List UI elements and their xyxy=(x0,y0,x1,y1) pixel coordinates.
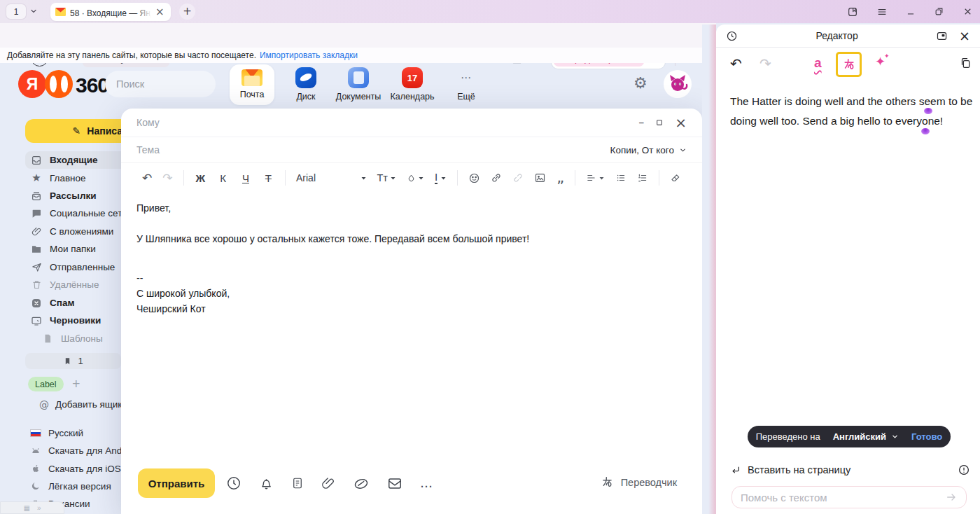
restore-icon[interactable] xyxy=(934,6,944,17)
text-color-button[interactable]: I xyxy=(435,172,447,185)
font-size-select[interactable]: Tт xyxy=(377,172,397,183)
new-tab-button[interactable]: + xyxy=(179,4,195,20)
label-tag[interactable]: Label xyxy=(28,377,64,391)
assist-input-bar[interactable] xyxy=(732,486,967,508)
sidebar-item-folders[interactable]: Мои папки xyxy=(25,240,130,258)
subject-field[interactable] xyxy=(136,144,610,155)
add-label-icon[interactable]: + xyxy=(72,379,81,389)
close-window-icon[interactable] xyxy=(962,6,973,17)
compose-window-controls: – × xyxy=(638,116,687,130)
message-body[interactable]: Привет, У Шляпника все хорошо у остальны… xyxy=(136,200,529,317)
sidebar-item-newsletters[interactable]: Рассылки xyxy=(25,187,130,204)
compose-minimize-icon[interactable]: – xyxy=(638,117,644,128)
service-more[interactable]: ⋯ Ещё xyxy=(444,64,489,105)
yandex-logo-icon[interactable]: Я xyxy=(18,70,46,98)
sidebar-item-attachments[interactable]: С вложениями xyxy=(25,223,130,240)
compose-pencil-icon: ✎ xyxy=(73,126,81,136)
signature-pen-icon[interactable] xyxy=(353,475,370,491)
language-select[interactable]: Английский xyxy=(833,431,899,442)
text-color-label: I xyxy=(435,172,438,185)
editor-redo-icon[interactable]: ↷ xyxy=(760,57,771,71)
service-mail[interactable]: Почта xyxy=(230,64,274,105)
sidebar-item-templates[interactable]: Шаблоны xyxy=(25,330,130,347)
copy-icon[interactable] xyxy=(959,57,972,69)
cc-from-toggle[interactable]: Копии, От кого xyxy=(610,145,687,155)
sidebar-collapse-stub[interactable]: ▦» xyxy=(0,501,64,514)
tab-counter[interactable]: 1 xyxy=(6,4,27,20)
minimize-icon[interactable] xyxy=(906,7,916,17)
add-mailbox[interactable]: @ Добавить ящик xyxy=(39,399,122,410)
font-family-select[interactable]: Arial xyxy=(296,172,367,183)
template-note-icon[interactable] xyxy=(291,475,304,491)
sidebar-item-label: Социальные сети xyxy=(50,208,127,218)
tab-close-icon[interactable]: × xyxy=(155,7,164,18)
more-options-icon[interactable]: … xyxy=(420,477,433,489)
sidebar-item-spam[interactable]: Спам xyxy=(25,294,130,312)
service-mail-label: Почта xyxy=(240,90,265,99)
search-bar[interactable] xyxy=(105,71,216,97)
footer-label: Скачать для iOS xyxy=(48,464,121,474)
sidebar-item-sent[interactable]: Отправленные xyxy=(25,258,130,276)
language-switcher[interactable]: Русский xyxy=(29,425,83,440)
translated-text[interactable]: The Hatter is doing well and the others … xyxy=(730,92,972,131)
numbered-list-icon[interactable] xyxy=(637,173,648,183)
translate-highlight-box[interactable] xyxy=(836,52,862,77)
service-docs[interactable]: Документы xyxy=(336,64,381,105)
link-icon[interactable] xyxy=(491,172,502,183)
sidebar-item-social[interactable]: Социальные сети xyxy=(25,204,130,222)
saved-bookmarks-row[interactable]: 1 xyxy=(25,353,121,369)
browser-tab[interactable]: 58 · Входящие — Яндекс Почта × xyxy=(50,3,171,21)
history-clock-icon[interactable] xyxy=(726,30,738,42)
submit-arrow-icon[interactable] xyxy=(945,492,958,503)
selection-handle[interactable] xyxy=(924,108,932,114)
selection-handle[interactable] xyxy=(921,128,930,134)
import-bookmarks-link[interactable]: Импортировать закладки xyxy=(260,50,358,60)
sidebar-item-deleted[interactable]: Удалённые xyxy=(25,276,130,293)
bold-button[interactable]: Ж xyxy=(194,172,206,184)
close-panel-icon[interactable]: × xyxy=(959,29,970,43)
insert-image-icon[interactable] xyxy=(534,172,546,183)
unlink-icon[interactable] xyxy=(512,172,524,183)
compose-maximize-icon[interactable] xyxy=(656,119,663,126)
fill-color-button[interactable] xyxy=(407,173,424,183)
insert-to-page-button[interactable]: Вставить на страницу xyxy=(730,464,850,475)
info-alert-icon[interactable] xyxy=(958,464,970,476)
redo-icon[interactable]: ↷ xyxy=(162,172,172,184)
reminder-bell-icon[interactable] xyxy=(259,475,274,491)
align-button[interactable] xyxy=(586,173,605,183)
spellcheck-icon[interactable]: a xyxy=(814,55,822,71)
side-panel-icon[interactable] xyxy=(847,6,858,18)
strikethrough-button[interactable]: Т xyxy=(262,172,274,184)
ai-sparkle-icon[interactable]: ✦✦ xyxy=(875,55,886,68)
sidebar-item-main[interactable]: ★ Главное xyxy=(25,169,130,187)
envelope-icon[interactable] xyxy=(387,477,402,490)
service-calendar[interactable]: 17 Календарь xyxy=(390,64,435,105)
avatar[interactable] xyxy=(664,70,692,98)
underline-button[interactable]: Ч xyxy=(239,172,251,184)
editor-undo-icon[interactable]: ↶ xyxy=(730,57,742,71)
settings-gear-icon[interactable]: ⚙ xyxy=(634,76,648,91)
to-field[interactable] xyxy=(136,117,638,128)
body-line: -- xyxy=(136,270,529,286)
eraser-icon[interactable] xyxy=(670,173,681,183)
done-button[interactable]: Готово xyxy=(911,431,942,442)
menu-icon[interactable] xyxy=(876,6,888,18)
undo-icon[interactable]: ↶ xyxy=(142,172,152,184)
open-in-window-icon[interactable] xyxy=(936,30,948,42)
service-disk[interactable]: Диск xyxy=(284,64,328,105)
light-version-link[interactable]: Лёгкая версия xyxy=(29,478,111,494)
bullet-list-icon[interactable] xyxy=(615,173,626,183)
assist-input[interactable] xyxy=(741,492,945,503)
sidebar-item-drafts[interactable]: Черновики xyxy=(25,312,130,329)
search-input[interactable] xyxy=(116,78,247,90)
translator-button[interactable]: Переводчик xyxy=(601,475,677,489)
schedule-clock-icon[interactable] xyxy=(226,475,241,491)
download-ios-link[interactable]: Скачать для iOS xyxy=(29,461,121,476)
attach-paperclip-icon[interactable] xyxy=(321,475,335,491)
tab-list-chevron-icon[interactable] xyxy=(29,7,38,15)
compose-close-icon[interactable]: × xyxy=(675,116,687,130)
emoji-icon[interactable] xyxy=(468,172,480,184)
send-button[interactable]: Отправить xyxy=(138,468,215,498)
italic-button[interactable]: К xyxy=(217,172,229,184)
quote-icon[interactable]: „ xyxy=(556,175,564,181)
